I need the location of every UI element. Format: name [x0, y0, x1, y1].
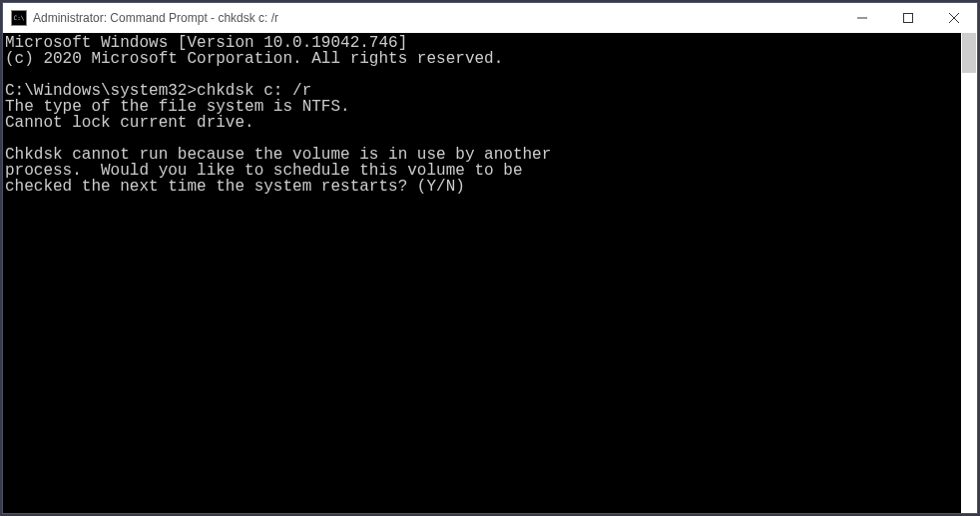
scrollbar-thumb[interactable] [962, 33, 976, 73]
terminal-area: Microsoft Windows [Version 10.0.19042.74… [3, 33, 977, 513]
svg-rect-1 [904, 14, 913, 23]
minimize-button[interactable] [839, 3, 885, 33]
minimize-icon [857, 13, 867, 23]
close-button[interactable] [931, 3, 977, 33]
terminal-output[interactable]: Microsoft Windows [Version 10.0.19042.74… [3, 33, 961, 513]
command-prompt-window: C:\ Administrator: Command Prompt - chkd… [2, 2, 978, 514]
app-icon-text: C:\ [14, 15, 25, 21]
titlebar[interactable]: C:\ Administrator: Command Prompt - chkd… [3, 3, 977, 33]
maximize-button[interactable] [885, 3, 931, 33]
maximize-icon [903, 13, 913, 23]
scrollbar-vertical[interactable] [961, 33, 977, 513]
window-title: Administrator: Command Prompt - chkdsk c… [33, 11, 839, 25]
app-icon: C:\ [11, 10, 27, 26]
close-icon [949, 13, 959, 23]
window-controls [839, 3, 977, 33]
